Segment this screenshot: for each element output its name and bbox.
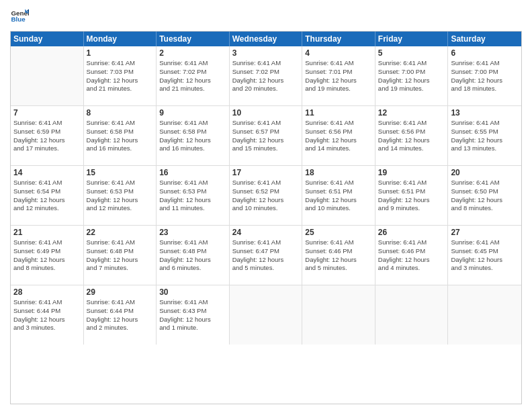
day-number: 17 — [232, 168, 300, 177]
cell-info: Sunrise: 6:41 AM Sunset: 6:51 PM Dayligh… — [305, 179, 372, 213]
day-number: 4 — [305, 48, 372, 58]
calendar-cell: 7Sunrise: 6:41 AM Sunset: 6:59 PM Daylig… — [11, 106, 84, 165]
cell-info: Sunrise: 6:41 AM Sunset: 6:52 PM Dayligh… — [232, 179, 300, 213]
day-number: 18 — [305, 168, 372, 177]
calendar-cell: 6Sunrise: 6:41 AM Sunset: 7:00 PM Daylig… — [448, 46, 521, 105]
logo-icon: General Blue — [10, 7, 29, 26]
cell-info: Sunrise: 6:41 AM Sunset: 6:43 PM Dayligh… — [159, 298, 226, 332]
calendar-cell: 16Sunrise: 6:41 AM Sunset: 6:53 PM Dayli… — [157, 166, 230, 225]
calendar-cell — [448, 285, 521, 345]
cell-info: Sunrise: 6:41 AM Sunset: 6:49 PM Dayligh… — [13, 238, 81, 273]
calendar-cell: 23Sunrise: 6:41 AM Sunset: 6:48 PM Dayli… — [157, 226, 230, 285]
cell-info: Sunrise: 6:41 AM Sunset: 6:53 PM Dayligh… — [87, 179, 154, 213]
calendar-cell: 13Sunrise: 6:41 AM Sunset: 6:55 PM Dayli… — [448, 106, 521, 165]
calendar-cell: 27Sunrise: 6:41 AM Sunset: 6:45 PM Dayli… — [448, 226, 521, 285]
day-number: 2 — [159, 48, 226, 58]
calendar-cell: 21Sunrise: 6:41 AM Sunset: 6:49 PM Dayli… — [11, 226, 84, 285]
calendar-cell — [375, 285, 449, 345]
svg-text:Blue: Blue — [11, 15, 26, 23]
day-number: 30 — [159, 287, 226, 297]
day-number: 10 — [232, 108, 300, 118]
calendar-cell: 14Sunrise: 6:41 AM Sunset: 6:54 PM Dayli… — [11, 166, 84, 225]
calendar-cell: 18Sunrise: 6:41 AM Sunset: 6:51 PM Dayli… — [302, 166, 375, 225]
day-number: 13 — [451, 108, 519, 118]
calendar-cell: 3Sunrise: 6:41 AM Sunset: 7:02 PM Daylig… — [230, 46, 303, 105]
cell-info: Sunrise: 6:41 AM Sunset: 7:02 PM Dayligh… — [232, 59, 300, 93]
calendar-cell: 30Sunrise: 6:41 AM Sunset: 6:43 PM Dayli… — [157, 285, 230, 345]
calendar-cell: 5Sunrise: 6:41 AM Sunset: 7:00 PM Daylig… — [375, 46, 449, 105]
calendar-cell: 4Sunrise: 6:41 AM Sunset: 7:01 PM Daylig… — [302, 46, 375, 105]
cell-info: Sunrise: 6:41 AM Sunset: 6:54 PM Dayligh… — [13, 179, 81, 213]
day-number: 11 — [305, 108, 372, 118]
calendar-header: SundayMondayTuesdayWednesdayThursdayFrid… — [11, 32, 521, 46]
cell-info: Sunrise: 6:41 AM Sunset: 6:47 PM Dayligh… — [232, 238, 300, 273]
day-number: 20 — [451, 168, 519, 177]
calendar-cell — [230, 285, 303, 345]
calendar-cell: 28Sunrise: 6:41 AM Sunset: 6:44 PM Dayli… — [11, 285, 84, 345]
calendar-cell: 12Sunrise: 6:41 AM Sunset: 6:56 PM Dayli… — [375, 106, 449, 165]
calendar: SundayMondayTuesdayWednesdayThursdayFrid… — [10, 31, 522, 404]
day-header-saturday: Saturday — [448, 32, 521, 46]
cell-info: Sunrise: 6:41 AM Sunset: 7:00 PM Dayligh… — [378, 59, 445, 93]
day-number: 5 — [378, 48, 445, 58]
calendar-cell: 8Sunrise: 6:41 AM Sunset: 6:58 PM Daylig… — [84, 106, 157, 165]
logo: General Blue — [10, 7, 25, 26]
calendar-week-2: 7Sunrise: 6:41 AM Sunset: 6:59 PM Daylig… — [11, 106, 521, 166]
calendar-week-1: 1Sunrise: 6:41 AM Sunset: 7:03 PM Daylig… — [11, 46, 521, 106]
day-number: 21 — [13, 228, 81, 237]
calendar-cell: 25Sunrise: 6:41 AM Sunset: 6:46 PM Dayli… — [302, 226, 375, 285]
day-number: 26 — [378, 228, 445, 237]
calendar-cell: 17Sunrise: 6:41 AM Sunset: 6:52 PM Dayli… — [230, 166, 303, 225]
calendar-cell: 22Sunrise: 6:41 AM Sunset: 6:48 PM Dayli… — [84, 226, 157, 285]
cell-info: Sunrise: 6:41 AM Sunset: 7:02 PM Dayligh… — [159, 59, 226, 93]
day-number: 9 — [159, 108, 226, 118]
calendar-cell: 1Sunrise: 6:41 AM Sunset: 7:03 PM Daylig… — [84, 46, 157, 105]
calendar-cell: 19Sunrise: 6:41 AM Sunset: 6:51 PM Dayli… — [375, 166, 449, 225]
cell-info: Sunrise: 6:41 AM Sunset: 6:50 PM Dayligh… — [451, 179, 519, 213]
calendar-cell: 9Sunrise: 6:41 AM Sunset: 6:58 PM Daylig… — [157, 106, 230, 165]
calendar-cell: 15Sunrise: 6:41 AM Sunset: 6:53 PM Dayli… — [84, 166, 157, 225]
cell-info: Sunrise: 6:41 AM Sunset: 6:56 PM Dayligh… — [305, 119, 372, 153]
cell-info: Sunrise: 6:41 AM Sunset: 6:51 PM Dayligh… — [378, 179, 445, 213]
day-header-monday: Monday — [84, 32, 157, 46]
calendar-cell: 26Sunrise: 6:41 AM Sunset: 6:46 PM Dayli… — [375, 226, 449, 285]
day-number: 16 — [159, 168, 226, 177]
day-number: 28 — [13, 287, 81, 297]
day-number: 7 — [13, 108, 81, 118]
page-header: General Blue — [10, 7, 522, 26]
day-number: 14 — [13, 168, 81, 177]
day-number: 25 — [305, 228, 372, 237]
calendar-cell: 29Sunrise: 6:41 AM Sunset: 6:44 PM Dayli… — [84, 285, 157, 345]
calendar-cell: 11Sunrise: 6:41 AM Sunset: 6:56 PM Dayli… — [302, 106, 375, 165]
cell-info: Sunrise: 6:41 AM Sunset: 7:01 PM Dayligh… — [305, 59, 372, 93]
cell-info: Sunrise: 6:41 AM Sunset: 6:56 PM Dayligh… — [378, 119, 445, 153]
day-number: 1 — [87, 48, 154, 58]
day-number: 8 — [87, 108, 154, 118]
day-number: 24 — [232, 228, 300, 237]
calendar-cell: 10Sunrise: 6:41 AM Sunset: 6:57 PM Dayli… — [230, 106, 303, 165]
day-number: 22 — [87, 228, 154, 237]
day-number: 3 — [232, 48, 300, 58]
calendar-cell: 20Sunrise: 6:41 AM Sunset: 6:50 PM Dayli… — [448, 166, 521, 225]
day-number: 6 — [451, 48, 519, 58]
cell-info: Sunrise: 6:41 AM Sunset: 6:58 PM Dayligh… — [87, 119, 154, 153]
calendar-week-4: 21Sunrise: 6:41 AM Sunset: 6:49 PM Dayli… — [11, 226, 521, 285]
calendar-week-5: 28Sunrise: 6:41 AM Sunset: 6:44 PM Dayli… — [11, 285, 521, 345]
cell-info: Sunrise: 6:41 AM Sunset: 6:58 PM Dayligh… — [159, 119, 226, 153]
day-number: 19 — [378, 168, 445, 177]
cell-info: Sunrise: 6:41 AM Sunset: 6:48 PM Dayligh… — [87, 238, 154, 273]
calendar-week-3: 14Sunrise: 6:41 AM Sunset: 6:54 PM Dayli… — [11, 166, 521, 226]
cell-info: Sunrise: 6:41 AM Sunset: 6:46 PM Dayligh… — [305, 238, 372, 273]
cell-info: Sunrise: 6:41 AM Sunset: 7:00 PM Dayligh… — [451, 59, 519, 93]
day-header-tuesday: Tuesday — [157, 32, 230, 46]
day-header-thursday: Thursday — [302, 32, 375, 46]
cell-info: Sunrise: 6:41 AM Sunset: 6:44 PM Dayligh… — [87, 298, 154, 332]
cell-info: Sunrise: 6:41 AM Sunset: 6:55 PM Dayligh… — [451, 119, 519, 153]
day-number: 12 — [378, 108, 445, 118]
calendar-cell: 2Sunrise: 6:41 AM Sunset: 7:02 PM Daylig… — [157, 46, 230, 105]
cell-info: Sunrise: 6:41 AM Sunset: 6:48 PM Dayligh… — [159, 238, 226, 273]
calendar-cell — [11, 46, 84, 105]
calendar-cell: 24Sunrise: 6:41 AM Sunset: 6:47 PM Dayli… — [230, 226, 303, 285]
cell-info: Sunrise: 6:41 AM Sunset: 6:59 PM Dayligh… — [13, 119, 81, 153]
cell-info: Sunrise: 6:41 AM Sunset: 6:57 PM Dayligh… — [232, 119, 300, 153]
